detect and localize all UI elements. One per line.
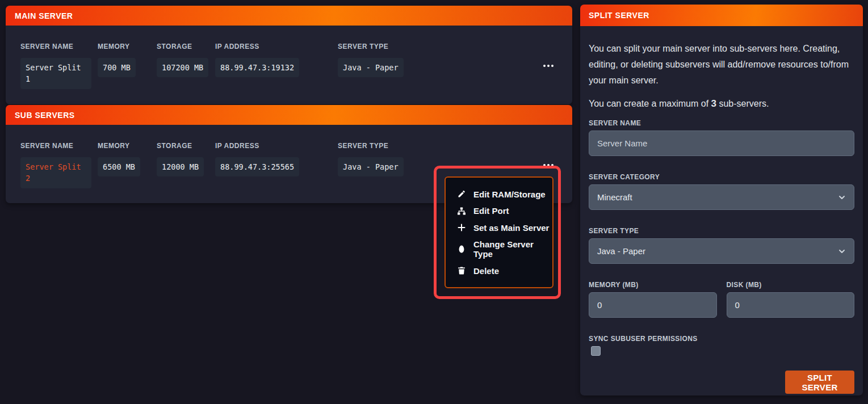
sub-server-ellipsis-menu-button[interactable] [538,159,559,171]
column-header-server-name: SERVER NAME [20,142,91,150]
column-header-type: SERVER TYPE [338,142,404,150]
column-header-ip: IP ADDRESS [215,142,299,150]
split-server-panel-header: SPLIT SERVER [580,5,863,26]
main-col-name: SERVER NAME Server Split 1 [20,43,91,89]
sub-server-name-value: Server Split 2 [20,157,91,188]
ellipsis-icon [551,164,553,166]
pencil-icon [457,190,466,199]
server-type-value: Java - Paper [597,246,645,256]
sitemap-icon [457,207,466,216]
sync-subuser-permissions-checkbox[interactable] [591,346,601,356]
main-server-storage-value: 107200 MB [157,58,208,77]
sub-col-ip: IP ADDRESS 88.99.47.3:25565 [215,142,299,176]
sub-server-storage-value: 12000 MB [157,157,204,176]
main-col-storage: STORAGE 107200 MB [157,43,208,77]
max-subservers-count: 3 [711,98,716,109]
disk-label: DISK (MB) [727,281,855,288]
menu-item-set-as-main-server[interactable]: Set as Main Server [457,223,552,233]
egg-icon [457,245,466,254]
sub-col-storage: STORAGE 12000 MB [157,142,204,176]
sub-col-memory: MEMORY 6500 MB [98,142,140,176]
column-header-server-name: SERVER NAME [20,43,91,51]
sub-col-type: SERVER TYPE Java - Paper [338,142,404,176]
main-col-ip: IP ADDRESS 88.99.47.3:19132 [215,43,299,77]
menu-item-delete[interactable]: Delete [457,266,552,276]
main-col-type: SERVER TYPE Java - Paper [338,43,404,77]
column-header-type: SERVER TYPE [338,43,404,51]
server-category-value: Minecraft [597,192,632,202]
main-server-type-value: Java - Paper [338,58,404,77]
column-header-storage: STORAGE [157,142,204,150]
ellipsis-icon [543,164,546,166]
sub-col-name: SERVER NAME Server Split 2 [20,142,91,188]
menu-item-edit-port[interactable]: Edit Port [457,206,552,216]
submit-row: SPLIT SERVER [589,371,854,394]
ellipsis-icon [547,164,550,166]
sub-server-ip-value: 88.99.47.3:25565 [215,157,299,176]
sub-servers-header: SUB SERVERS [6,105,572,125]
main-server-name-value: Server Split 1 [20,58,91,89]
server-category-label: SERVER CATEGORY [589,173,854,180]
menu-item-edit-ram-storage[interactable]: Edit RAM/Storage [457,190,552,199]
trash-icon [457,266,466,275]
column-header-memory: MEMORY [98,142,140,150]
split-server-panel: SPLIT SERVER You can split your main ser… [580,5,863,395]
ellipsis-icon [547,65,550,67]
main-server-memory-value: 700 MB [98,58,136,77]
sub-servers-title: SUB SERVERS [15,111,75,120]
server-type-select[interactable]: Java - Paper [589,238,854,264]
split-server-description: You can split your main server into sub-… [589,41,854,89]
server-category-select[interactable]: Minecraft [589,184,854,210]
ellipsis-icon [551,65,553,67]
main-server-ellipsis-menu-button[interactable] [538,60,559,72]
main-col-memory: MEMORY 700 MB [98,43,136,77]
disk-input[interactable] [727,292,855,318]
sync-subuser-permissions-label: SYNC SUBUSER PERMISSIONS [589,335,854,342]
server-name-label: SERVER NAME [589,119,854,126]
split-server-panel-title: SPLIT SERVER [589,11,649,20]
chevron-down-icon [838,247,846,255]
disk-field-group: DISK (MB) [727,264,855,318]
memory-field-group: MEMORY (MB) [589,264,717,318]
split-server-button[interactable]: SPLIT SERVER [785,371,854,394]
sub-server-context-menu: Edit RAM/Storage Edit Port Set as Main S… [445,176,553,288]
main-server-ip-value: 88.99.47.3:19132 [215,58,299,77]
column-header-ip: IP ADDRESS [215,43,299,51]
main-server-header: MAIN SERVER [6,6,572,26]
memory-disk-row: MEMORY (MB) DISK (MB) [589,264,854,318]
server-type-label: SERVER TYPE [589,227,854,234]
ellipsis-icon [543,65,546,67]
memory-label: MEMORY (MB) [589,281,717,288]
chevron-down-icon [838,193,846,201]
plus-icon [457,223,466,232]
server-name-input[interactable] [589,131,854,156]
split-server-panel-body: You can split your main server into sub-… [580,41,863,394]
max-subservers-note: You can create a maximum of 3 sub-server… [589,98,854,110]
main-server-body: SERVER NAME Server Split 1 MEMORY 700 MB… [6,26,572,104]
main-server-card: MAIN SERVER SERVER NAME Server Split 1 M… [6,6,572,104]
main-server-title: MAIN SERVER [15,11,73,20]
memory-input[interactable] [589,292,717,318]
menu-item-change-server-type[interactable]: Change Server Type [457,239,552,259]
column-header-memory: MEMORY [98,43,136,51]
column-header-storage: STORAGE [157,43,208,51]
sub-server-memory-value: 6500 MB [98,157,140,176]
split-server-page: MAIN SERVER SERVER NAME Server Split 1 M… [0,0,868,404]
sub-server-type-value: Java - Paper [338,157,404,176]
